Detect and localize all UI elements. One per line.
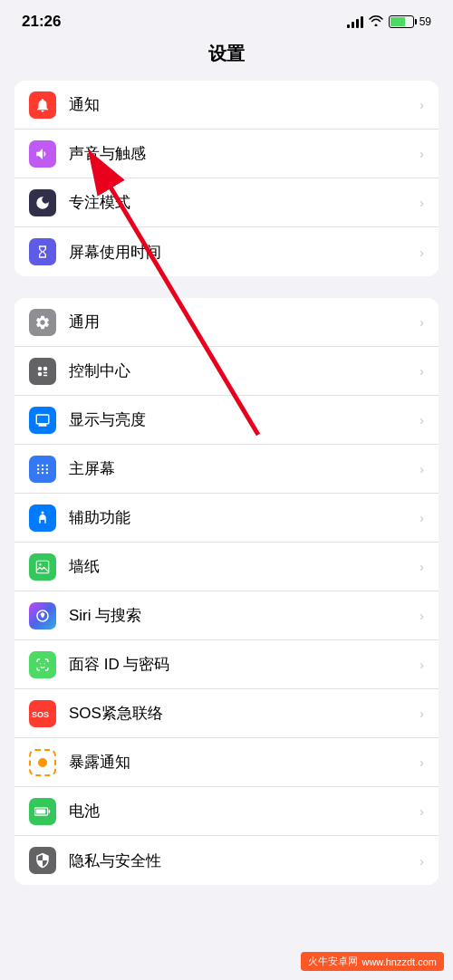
screentime-label: 屏幕使用时间 <box>69 242 414 263</box>
signal-icon <box>347 15 363 28</box>
settings-item-display[interactable]: 显示与亮度› <box>14 396 439 445</box>
status-time: 21:26 <box>22 13 61 31</box>
settings-item-wallpaper[interactable]: 墙纸› <box>14 543 439 591</box>
sos-icon: SOS <box>29 700 56 727</box>
general-label: 通用 <box>69 312 414 332</box>
svg-point-14 <box>42 511 44 514</box>
svg-rect-15 <box>36 561 49 573</box>
focus-label: 专注模式 <box>69 192 414 213</box>
screentime-icon <box>29 238 56 265</box>
status-icons: 59 <box>347 14 431 29</box>
svg-rect-6 <box>42 464 43 466</box>
status-bar: 21:26 59 <box>0 0 453 38</box>
wifi-icon <box>369 14 383 29</box>
settings-item-homescreen[interactable]: 主屏幕› <box>14 445 439 494</box>
display-chevron: › <box>419 412 424 428</box>
homescreen-chevron: › <box>419 461 424 476</box>
general-icon <box>29 309 56 336</box>
wallpaper-label: 墙纸 <box>69 556 414 577</box>
privacy-label: 隐私与安全性 <box>69 850 414 871</box>
battery-level: 59 <box>419 15 431 28</box>
svg-rect-7 <box>46 464 48 466</box>
wallpaper-chevron: › <box>419 559 424 574</box>
notifications-chevron: › <box>419 97 424 112</box>
settings-item-battery[interactable]: 电池› <box>14 787 439 836</box>
sos-chevron: › <box>419 706 424 721</box>
exposure-icon <box>29 749 56 776</box>
page-header: 设置 <box>0 38 453 81</box>
page-title: 设置 <box>208 43 245 63</box>
svg-point-16 <box>39 563 41 565</box>
svg-rect-9 <box>42 467 43 469</box>
notifications-icon <box>29 91 56 119</box>
settings-item-sounds[interactable]: 声音与触感› <box>14 130 439 178</box>
battery-icon: 59 <box>389 15 431 28</box>
faceid-icon <box>29 651 56 678</box>
accessibility-label: 辅助功能 <box>69 507 414 528</box>
accessibility-chevron: › <box>419 510 424 525</box>
svg-rect-5 <box>37 464 39 466</box>
settings-item-privacy[interactable]: 隐私与安全性› <box>14 836 439 885</box>
notifications-label: 通知 <box>69 94 414 115</box>
privacy-icon <box>29 847 56 874</box>
controlcenter-icon <box>29 358 56 385</box>
accessibility-icon <box>29 504 56 532</box>
sos-label: SOS紧急联络 <box>69 703 414 724</box>
svg-rect-13 <box>46 472 48 474</box>
settings-item-general[interactable]: 通用› <box>14 298 439 347</box>
display-icon <box>29 407 56 434</box>
general-chevron: › <box>419 314 424 330</box>
settings-item-faceid[interactable]: 面容 ID 与密码› <box>14 640 439 689</box>
svg-rect-19 <box>36 809 46 813</box>
controlcenter-chevron: › <box>419 363 424 379</box>
homescreen-label: 主屏幕 <box>69 458 414 479</box>
sounds-icon <box>29 140 56 168</box>
svg-point-2 <box>38 371 43 376</box>
settings-item-sos[interactable]: SOSSOS紧急联络› <box>14 689 439 738</box>
svg-rect-12 <box>42 472 43 474</box>
settings-item-focus[interactable]: 专注模式› <box>14 178 439 227</box>
settings-item-notifications[interactable]: 通知› <box>14 81 439 130</box>
settings-group-group2: 通用› 控制中心› 显示与亮度› 主屏幕› 辅助功能› 墙纸› <box>14 298 439 885</box>
svg-rect-4 <box>43 374 48 376</box>
sounds-label: 声音与触感 <box>69 143 414 164</box>
battery-chevron: › <box>419 803 424 819</box>
settings-item-screentime[interactable]: 屏幕使用时间› <box>14 227 439 276</box>
privacy-chevron: › <box>419 853 424 869</box>
siri-chevron: › <box>419 608 424 623</box>
watermark-url: www.hnzzdt.com <box>361 956 437 967</box>
battery-icon <box>29 798 56 825</box>
faceid-chevron: › <box>419 657 424 672</box>
battery-label: 电池 <box>69 801 414 821</box>
exposure-chevron: › <box>419 754 424 770</box>
settings-group-group1: 通知› 声音与触感› 专注模式› 屏幕使用时间› <box>14 81 439 276</box>
display-label: 显示与亮度 <box>69 409 414 430</box>
screentime-chevron: › <box>419 245 424 260</box>
svg-rect-3 <box>43 371 48 373</box>
sounds-chevron: › <box>419 146 424 161</box>
svg-rect-11 <box>37 472 39 474</box>
svg-point-0 <box>38 366 43 370</box>
siri-icon <box>29 602 56 629</box>
svg-point-1 <box>43 366 48 370</box>
focus-chevron: › <box>419 195 424 210</box>
settings-item-exposure[interactable]: 暴露通知› <box>14 738 439 787</box>
watermark-text: 火牛安卓网 <box>308 955 358 968</box>
controlcenter-label: 控制中心 <box>69 360 414 381</box>
faceid-label: 面容 ID 与密码 <box>69 654 414 675</box>
settings-container: 通知› 声音与触感› 专注模式› 屏幕使用时间› 通用› 控制中心› 显示与亮度… <box>0 81 453 885</box>
settings-item-controlcenter[interactable]: 控制中心› <box>14 347 439 396</box>
settings-item-accessibility[interactable]: 辅助功能› <box>14 494 439 543</box>
svg-rect-20 <box>49 810 51 812</box>
exposure-label: 暴露通知 <box>69 752 414 773</box>
homescreen-icon <box>29 456 56 483</box>
svg-rect-10 <box>46 467 48 469</box>
siri-label: Siri 与搜索 <box>69 605 414 626</box>
wallpaper-icon <box>29 553 56 581</box>
settings-item-siri[interactable]: Siri 与搜索› <box>14 591 439 640</box>
svg-text:SOS: SOS <box>32 710 49 719</box>
focus-icon <box>29 189 56 216</box>
watermark: 火牛安卓网 www.hnzzdt.com <box>301 952 444 971</box>
svg-rect-8 <box>37 467 39 469</box>
